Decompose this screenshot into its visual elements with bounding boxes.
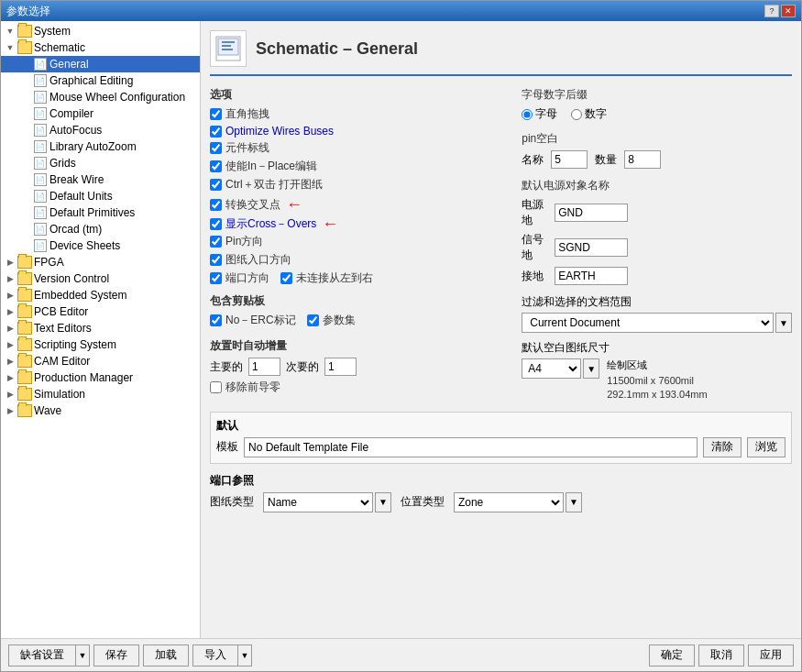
checkbox-port-direction2-input[interactable] bbox=[210, 272, 222, 284]
sheet-type-arrow[interactable]: ▼ bbox=[375, 492, 391, 512]
tree-item-grids[interactable]: 📄 Grids bbox=[1, 155, 200, 171]
bottom-right-buttons: 确定 取消 应用 bbox=[649, 644, 794, 666]
tree-item-wave[interactable]: ▶ Wave bbox=[1, 402, 200, 419]
reset-button[interactable]: 缺省设置 bbox=[8, 644, 75, 666]
checkbox-convert-crossover-input[interactable] bbox=[210, 199, 222, 211]
expander-pcb: ▶ bbox=[3, 304, 17, 319]
tree-item-orcad[interactable]: 📄 Orcad (tm) bbox=[1, 221, 200, 237]
checkbox-params-input[interactable] bbox=[307, 314, 319, 326]
tree-item-default-units[interactable]: 📄 Default Units bbox=[1, 188, 200, 204]
folder-icon-schematic bbox=[17, 41, 32, 54]
ok-button[interactable]: 确定 bbox=[649, 644, 695, 666]
page-icon-device-sheets: 📄 bbox=[34, 239, 47, 252]
checkbox-ctrl-doubleclick-input[interactable] bbox=[210, 179, 222, 191]
tree-item-pcb-editor[interactable]: ▶ PCB Editor bbox=[1, 303, 200, 320]
tree-item-mouse-wheel[interactable]: 📄 Mouse Wheel Configuration bbox=[1, 89, 200, 105]
auto-increment-section: 放置时自动增量 主要的 次要的 移除前导零 bbox=[210, 338, 507, 395]
tree-item-fpga[interactable]: ▶ FPGA bbox=[1, 254, 200, 270]
arrow-show-crossovers: ← bbox=[322, 215, 338, 234]
location-type-arrow[interactable]: ▼ bbox=[566, 492, 582, 512]
browse-button[interactable]: 浏览 bbox=[747, 437, 786, 457]
tree-item-text-editors[interactable]: ▶ Text Editors bbox=[1, 320, 200, 336]
import-arrow-button[interactable]: ▼ bbox=[237, 644, 252, 666]
secondary-input[interactable] bbox=[324, 358, 357, 376]
location-type-select[interactable]: Zone Location bbox=[454, 492, 564, 512]
checkbox-element-annotation-input[interactable] bbox=[210, 142, 222, 154]
tree-item-production-manager[interactable]: ▶ Production Manager bbox=[1, 369, 200, 386]
tree-item-scripting-system[interactable]: ▶ Scripting System bbox=[1, 336, 200, 353]
expander-production: ▶ bbox=[3, 370, 17, 385]
tree-item-break-wire[interactable]: 📄 Break Wire bbox=[1, 171, 200, 188]
label-right-angle: 直角拖拽 bbox=[225, 106, 269, 122]
checkbox-right-angle: 直角拖拽 bbox=[210, 106, 507, 122]
checkbox-show-crossovers-input[interactable] bbox=[210, 218, 222, 230]
checkbox-no-erc-input[interactable] bbox=[210, 314, 222, 326]
checkbox-no-erc: No－ERC标记 bbox=[210, 313, 296, 328]
checkbox-unconnected-ltr-input[interactable] bbox=[280, 272, 292, 284]
sheet-type-select[interactable]: Name Number bbox=[263, 492, 373, 512]
save-button[interactable]: 保存 bbox=[93, 644, 139, 666]
apply-button[interactable]: 应用 bbox=[748, 644, 794, 666]
tree-item-graphical-editing[interactable]: 📄 Graphical Editing bbox=[1, 72, 200, 89]
checkbox-unconnected-ltr: 未连接从左到右 bbox=[280, 270, 373, 286]
page-icon-library-autozoom: 📄 bbox=[34, 140, 47, 153]
filter-select[interactable]: Current Document All Documents bbox=[522, 313, 774, 333]
tree-item-default-primitives[interactable]: 📄 Default Primitives bbox=[1, 204, 200, 221]
cancel-button[interactable]: 取消 bbox=[698, 644, 744, 666]
expander-embedded: ▶ bbox=[3, 288, 17, 303]
pin-margin-fields: 名称 数量 bbox=[522, 150, 792, 169]
radio-numeric-input[interactable] bbox=[571, 109, 582, 120]
tree-item-system[interactable]: ▼ System bbox=[1, 23, 200, 39]
right-column: 字母数字后缀 字母 数字 bbox=[522, 87, 792, 402]
arrow-convert-crossover: ← bbox=[286, 195, 302, 215]
power-gnd-input[interactable] bbox=[555, 204, 628, 222]
checkbox-right-angle-input[interactable] bbox=[210, 108, 222, 120]
label-no-erc: No－ERC标记 bbox=[225, 313, 296, 328]
filter-dropdown-arrow[interactable]: ▼ bbox=[775, 313, 792, 333]
checkbox-convert-crossover: 转换交叉点 bbox=[210, 197, 280, 213]
alpha-numeric-radios: 字母 数字 bbox=[522, 106, 792, 122]
checkbox-remove-prefix-input[interactable] bbox=[210, 381, 222, 393]
paper-select[interactable]: A4 A3 A2 Letter bbox=[522, 358, 581, 379]
tree-item-schematic[interactable]: ▼ Schematic bbox=[1, 39, 200, 56]
label-device-sheets: Device Sheets bbox=[49, 239, 120, 252]
tree-item-general[interactable]: 📄 General bbox=[1, 56, 200, 72]
page-icon-orcad: 📄 bbox=[34, 223, 47, 236]
tree-item-device-sheets[interactable]: 📄 Device Sheets bbox=[1, 237, 200, 254]
paper-dropdown-arrow[interactable]: ▼ bbox=[583, 358, 599, 379]
clear-button[interactable]: 清除 bbox=[703, 437, 742, 457]
titlebar-buttons: ? ✕ bbox=[764, 5, 796, 17]
label-scripting-system: Scripting System bbox=[34, 338, 116, 351]
checkbox-remove-prefix: 移除前导零 bbox=[210, 380, 507, 395]
label-enable-inplace: 使能In－Place编辑 bbox=[225, 159, 317, 174]
tree-item-version-control[interactable]: ▶ Version Control bbox=[1, 270, 200, 287]
signal-gnd-input[interactable] bbox=[555, 238, 628, 257]
checkbox-pin-direction-input[interactable] bbox=[210, 236, 222, 248]
tree-item-library-autozoom[interactable]: 📄 Library AutoZoom bbox=[1, 138, 200, 155]
pin-margin-group: pin空白 名称 数量 bbox=[522, 131, 792, 169]
tree-item-cam-editor[interactable]: ▶ CAM Editor bbox=[1, 353, 200, 369]
checkbox-port-direction-input[interactable] bbox=[210, 254, 222, 266]
pin-name-input[interactable] bbox=[551, 150, 588, 169]
import-button[interactable]: 导入 bbox=[192, 644, 237, 666]
reset-arrow-button[interactable]: ▼ bbox=[75, 644, 90, 666]
main-window: 参数选择 ? ✕ ▼ System ▼ Schematic 📄 bbox=[0, 0, 802, 672]
help-button[interactable]: ? bbox=[764, 5, 779, 17]
earth-input[interactable] bbox=[555, 267, 628, 285]
close-button[interactable]: ✕ bbox=[781, 5, 796, 17]
load-button[interactable]: 加载 bbox=[143, 644, 189, 666]
checkbox-optimize-wires-input[interactable] bbox=[210, 126, 222, 138]
tree-item-simulation[interactable]: ▶ Simulation bbox=[1, 386, 200, 402]
tree-item-embedded-system[interactable]: ▶ Embedded System bbox=[1, 287, 200, 303]
expander-fpga: ▶ bbox=[3, 255, 17, 270]
template-input[interactable] bbox=[244, 437, 698, 457]
folder-icon-wave bbox=[17, 404, 32, 417]
primary-input[interactable] bbox=[248, 358, 280, 376]
checkbox-enable-inplace-input[interactable] bbox=[210, 160, 222, 172]
tree-item-compiler[interactable]: 📄 Compiler bbox=[1, 105, 200, 122]
titlebar: 参数选择 ? ✕ bbox=[1, 1, 801, 21]
radio-alpha-input[interactable] bbox=[522, 109, 533, 120]
pin-count-input[interactable] bbox=[624, 150, 661, 169]
label-orcad: Orcad (tm) bbox=[49, 223, 102, 236]
tree-item-autofocus[interactable]: 📄 AutoFocus bbox=[1, 122, 200, 138]
